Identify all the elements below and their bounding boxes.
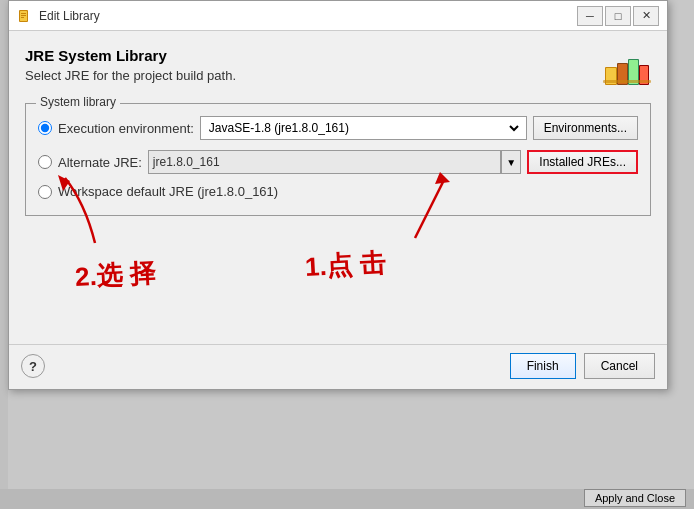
svg-marker-14 — [435, 172, 450, 184]
alternate-jre-label: Alternate JRE: — [58, 155, 142, 170]
alternate-jre-arrow[interactable]: ▼ — [501, 150, 521, 174]
group-legend: System library — [36, 95, 120, 109]
title-bar-buttons: ─ □ ✕ — [577, 6, 659, 26]
bottom-accent-bar: Apply and Close — [0, 489, 694, 509]
screenshot-container: Edit Library ─ □ ✕ JRE System Library Se… — [0, 0, 694, 509]
close-button[interactable]: ✕ — [633, 6, 659, 26]
svg-rect-13 — [603, 80, 651, 83]
library-icon — [603, 47, 651, 87]
svg-marker-15 — [58, 175, 70, 191]
svg-rect-4 — [21, 17, 24, 18]
annotation-arrow-2 — [35, 173, 155, 253]
dialog-content: JRE System Library Select JRE for the pr… — [9, 31, 667, 340]
svg-rect-2 — [21, 13, 26, 14]
cancel-button[interactable]: Cancel — [584, 353, 655, 379]
bottom-right-buttons: Finish Cancel — [510, 353, 655, 379]
side-accent — [0, 0, 8, 509]
bottom-bar: ? Finish Cancel — [9, 344, 667, 389]
environments-button[interactable]: Environments... — [533, 116, 638, 140]
dialog-window: Edit Library ─ □ ✕ JRE System Library Se… — [8, 0, 668, 390]
title-bar-icon — [17, 8, 33, 24]
svg-rect-3 — [21, 15, 26, 16]
dialog-title: JRE System Library — [25, 47, 236, 64]
annotation-text-1: 1.点 击 — [304, 246, 387, 285]
dialog-subtitle: Select JRE for the project build path. — [25, 68, 236, 83]
maximize-button[interactable]: □ — [605, 6, 631, 26]
alternate-jre-row: Alternate JRE: jre1.8.0_161 ▼ Installed … — [38, 150, 638, 174]
annotation-arrow-1 — [375, 168, 475, 248]
execution-env-label: Execution environment: — [58, 121, 194, 136]
annotation-area: 1.点 击 2.选 择 — [25, 228, 651, 328]
installed-jres-button[interactable]: Installed JREs... — [527, 150, 638, 174]
alternate-jre-radio[interactable] — [38, 155, 52, 169]
execution-env-combo[interactable]: JavaSE-1.8 (jre1.8.0_161) — [200, 116, 527, 140]
annotation-text-2: 2.选 择 — [74, 256, 157, 295]
title-bar: Edit Library ─ □ ✕ — [9, 1, 667, 31]
minimize-button[interactable]: ─ — [577, 6, 603, 26]
header-text: JRE System Library Select JRE for the pr… — [25, 47, 236, 83]
execution-env-radio[interactable] — [38, 121, 52, 135]
help-button[interactable]: ? — [21, 354, 45, 378]
execution-env-select[interactable]: JavaSE-1.8 (jre1.8.0_161) — [205, 117, 522, 139]
title-bar-title: Edit Library — [39, 9, 577, 23]
finish-button[interactable]: Finish — [510, 353, 576, 379]
execution-env-row: Execution environment: JavaSE-1.8 (jre1.… — [38, 116, 638, 140]
header-section: JRE System Library Select JRE for the pr… — [25, 47, 651, 87]
apply-close-button[interactable]: Apply and Close — [584, 489, 686, 507]
